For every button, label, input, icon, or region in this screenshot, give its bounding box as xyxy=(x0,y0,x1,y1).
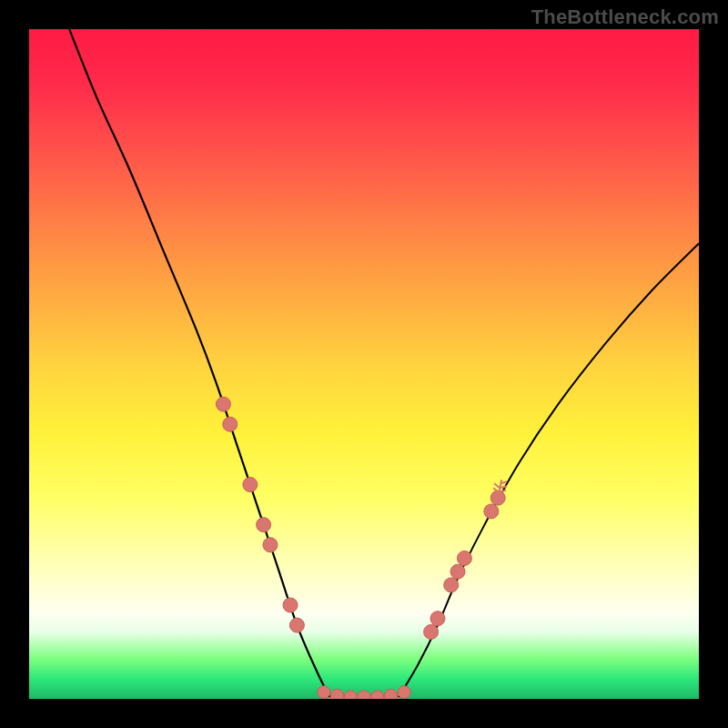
data-marker xyxy=(257,518,271,532)
data-marker xyxy=(243,477,258,491)
data-marker xyxy=(371,691,384,699)
data-marker xyxy=(430,612,445,626)
data-marker xyxy=(263,538,278,552)
right-marker-cluster xyxy=(424,490,506,639)
data-marker xyxy=(450,564,465,579)
data-marker xyxy=(424,624,439,639)
data-marker xyxy=(223,417,238,431)
data-marker xyxy=(358,691,370,699)
data-marker xyxy=(457,551,471,565)
data-marker xyxy=(216,397,230,411)
watermark-text: TheBottleneck.com xyxy=(531,5,719,29)
data-marker xyxy=(318,686,330,699)
data-marker xyxy=(444,578,459,592)
data-marker xyxy=(283,598,298,612)
valley-marker-cluster xyxy=(318,686,410,699)
chart-svg xyxy=(29,29,699,699)
plot-area xyxy=(29,29,699,699)
data-marker xyxy=(331,689,344,699)
data-marker xyxy=(484,504,499,519)
data-marker xyxy=(344,691,357,699)
data-marker xyxy=(398,686,410,699)
chart-frame: TheBottleneck.com xyxy=(0,0,728,728)
data-marker xyxy=(384,689,397,699)
right-curve xyxy=(398,244,699,699)
data-marker xyxy=(289,618,304,632)
